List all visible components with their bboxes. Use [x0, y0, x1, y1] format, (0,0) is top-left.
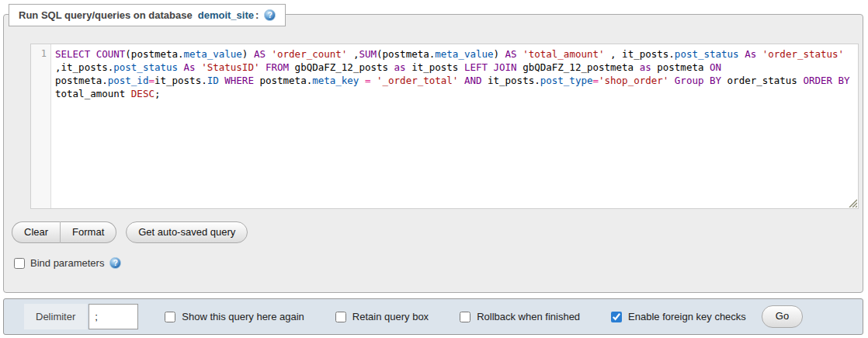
retain-query-box-label: Retain query box: [352, 311, 429, 322]
legend-title: Run SQL query/queries on database: [19, 9, 193, 21]
rollback-label: Rollback when finished: [477, 311, 580, 322]
option-show-query-again: Show this query here again: [165, 311, 304, 322]
bind-parameters-row: Bind parameters ?: [14, 257, 121, 269]
clear-button[interactable]: Clear: [12, 221, 60, 243]
rollback-checkbox[interactable]: [460, 312, 470, 322]
sql-editor: 1 SELECT COUNT(postmeta.meta_value) AS '…: [30, 44, 859, 209]
foreign-key-checks-checkbox[interactable]: [611, 312, 622, 322]
query-options-footer: Delimiter Show this query here again Ret…: [3, 298, 863, 335]
get-autosaved-query-button[interactable]: Get auto-saved query: [126, 221, 248, 243]
code-lines: SELECT COUNT(postmeta.meta_value) AS 'or…: [55, 47, 855, 100]
delimiter-input[interactable]: [89, 304, 138, 329]
fieldset-legend: Run SQL query/queries on database demoit…: [9, 4, 286, 26]
foreign-key-checks-label: Enable foreign key checks: [628, 311, 746, 322]
clear-format-group: Clear Format: [12, 221, 116, 243]
show-query-again-checkbox[interactable]: [165, 312, 175, 322]
go-button[interactable]: Go: [762, 305, 803, 327]
format-button[interactable]: Format: [60, 221, 116, 243]
bind-parameters-checkbox[interactable]: [14, 258, 25, 269]
retain-query-box-checkbox[interactable]: [335, 312, 346, 322]
help-icon[interactable]: ?: [109, 257, 121, 269]
option-retain-query-box: Retain query box: [335, 311, 429, 322]
show-query-again-label: Show this query here again: [182, 311, 304, 322]
resize-grip-icon[interactable]: [847, 197, 857, 207]
option-rollback: Rollback when finished: [460, 311, 580, 322]
help-icon[interactable]: ?: [264, 9, 276, 21]
delimiter-label: Delimiter: [24, 304, 87, 329]
database-link[interactable]: demoit_site: [198, 9, 254, 21]
sql-query-fieldset: Run SQL query/queries on database demoit…: [3, 14, 863, 293]
line-number-gutter: 1: [31, 44, 51, 208]
line-number: 1: [31, 47, 47, 61]
sql-code-input[interactable]: SELECT COUNT(postmeta.meta_value) AS 'or…: [51, 44, 858, 208]
bind-parameters-label: Bind parameters: [30, 257, 104, 269]
legend-colon: :: [255, 9, 259, 21]
editor-actions: Clear Format Get auto-saved query: [12, 221, 248, 243]
option-foreign-key-checks: Enable foreign key checks: [611, 311, 746, 322]
